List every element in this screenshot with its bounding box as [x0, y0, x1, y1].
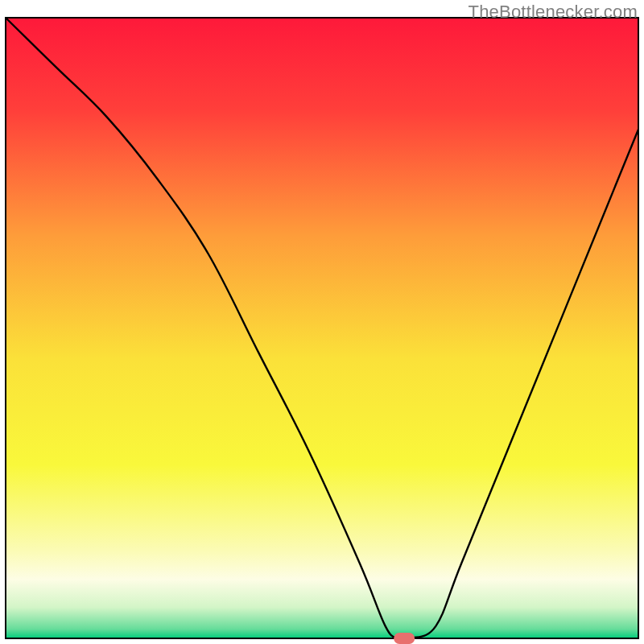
optimum-marker [394, 633, 415, 644]
bottleneck-chart [0, 0, 644, 644]
attribution-label: TheBottlenecker.com [469, 2, 638, 23]
chart-container: TheBottlenecker.com [0, 0, 644, 644]
